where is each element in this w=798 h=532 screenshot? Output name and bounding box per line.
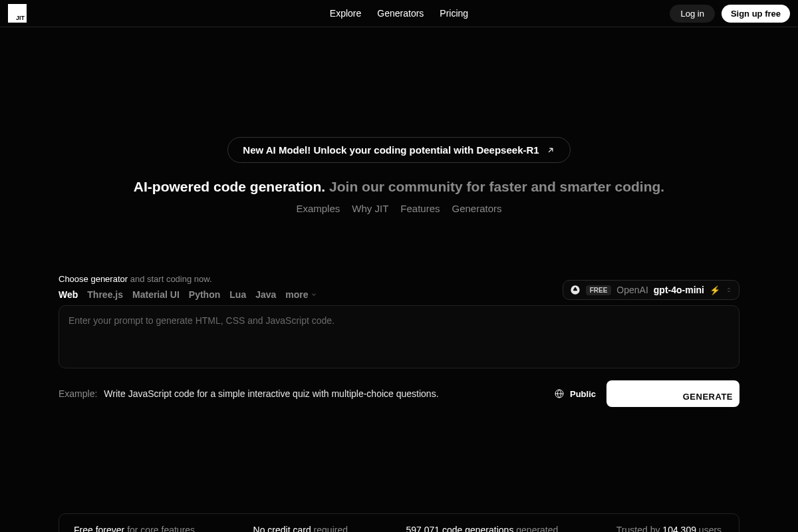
chevron-down-icon	[311, 291, 317, 298]
nav-pricing[interactable]: Pricing	[440, 8, 468, 19]
stat-no-credit-card: No credit card required.	[253, 525, 350, 532]
free-badge: FREE	[586, 285, 612, 295]
header: JIT Explore Generators Pricing Log in Si…	[0, 0, 798, 27]
hero-section: New AI Model! Unlock your coding potenti…	[0, 27, 798, 214]
globe-icon	[554, 388, 565, 399]
headline-primary: AI-powered code generation.	[134, 179, 325, 195]
tab-web[interactable]: Web	[59, 289, 78, 300]
generator-section: Choose generator and start coding now. W…	[59, 274, 739, 407]
generator-header: Choose generator and start coding now. W…	[59, 274, 739, 300]
tab-lua[interactable]: Lua	[229, 289, 246, 300]
prompt-footer: Example: Write JavaScript code for a sim…	[59, 380, 739, 407]
generate-button[interactable]: GENERATE	[606, 380, 739, 407]
bolt-icon: ⚡	[710, 285, 720, 295]
subnav-examples[interactable]: Examples	[296, 203, 340, 214]
example-label: Example:	[59, 388, 97, 399]
model-selector[interactable]: FREE OpenAI gpt-4o-mini ⚡	[563, 280, 739, 300]
stat-free-forever: Free forever for core features.	[74, 525, 198, 532]
nav-generators[interactable]: Generators	[377, 8, 424, 19]
model-brand: OpenAI	[616, 285, 648, 295]
subnav-generators[interactable]: Generators	[452, 203, 502, 214]
tab-more[interactable]: more	[285, 289, 317, 300]
tab-material-ui[interactable]: Material UI	[132, 289, 180, 300]
openai-icon	[570, 285, 581, 295]
stat-generations: 597,071 code generations generated.	[406, 525, 561, 532]
announcement-pill[interactable]: New AI Model! Unlock your coding potenti…	[227, 137, 570, 163]
subnav-why[interactable]: Why JIT	[352, 203, 388, 214]
choose-generator-label: Choose generator and start coding now.	[59, 274, 317, 284]
select-updown-icon	[726, 285, 732, 295]
hero-subnav: Examples Why JIT Features Generators	[296, 203, 501, 214]
announcement-text: New AI Model! Unlock your coding potenti…	[243, 144, 539, 156]
visibility-label: Public	[570, 389, 596, 399]
external-link-icon	[546, 146, 555, 155]
subnav-features[interactable]: Features	[400, 203, 440, 214]
generator-tabs: Web Three.js Material UI Python Lua Java…	[59, 289, 317, 300]
model-name: gpt-4o-mini	[654, 285, 704, 295]
header-auth: Log in Sign up free	[670, 5, 790, 23]
stat-users: Trusted by 104,309 users.	[616, 525, 724, 532]
main-nav: Explore Generators Pricing	[330, 8, 468, 19]
tab-threejs[interactable]: Three.js	[87, 289, 123, 300]
headline: AI-powered code generation. Join our com…	[134, 179, 664, 195]
stats-bar: Free forever for core features. No credi…	[59, 513, 739, 532]
nav-explore[interactable]: Explore	[330, 8, 361, 19]
example-text: Write JavaScript code for a simple inter…	[104, 388, 438, 399]
visibility-toggle[interactable]: Public	[554, 388, 596, 399]
tab-python[interactable]: Python	[189, 289, 220, 300]
headline-secondary: Join our community for faster and smarte…	[329, 179, 664, 195]
example-prompt[interactable]: Example: Write JavaScript code for a sim…	[59, 388, 439, 399]
login-button[interactable]: Log in	[670, 5, 714, 23]
logo[interactable]: JIT	[8, 4, 27, 23]
signup-button[interactable]: Sign up free	[722, 5, 790, 23]
tab-java[interactable]: Java	[255, 289, 276, 300]
prompt-input[interactable]	[59, 305, 739, 368]
